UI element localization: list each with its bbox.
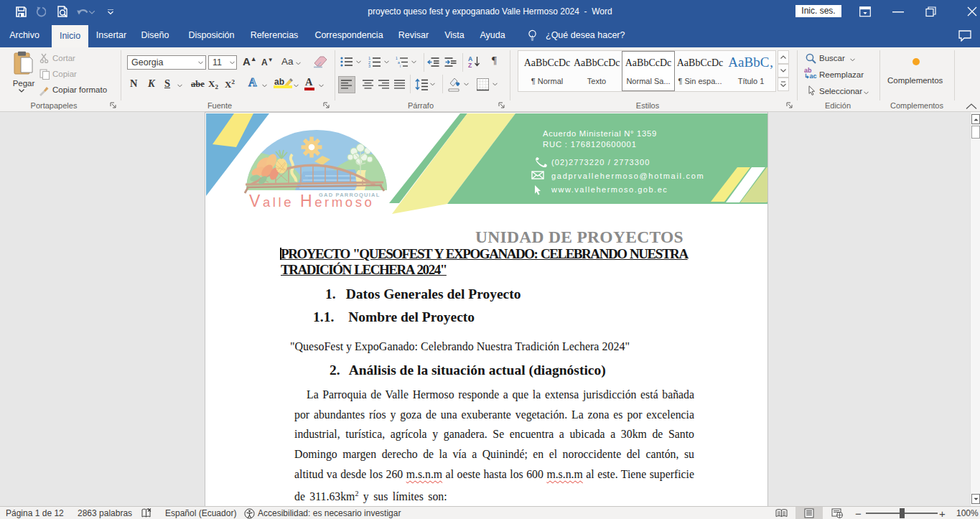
svg-text:Acuerdo Ministerial N° 1359: Acuerdo Ministerial N° 1359 (543, 129, 657, 138)
svg-text:(02)2773220 / 2773300: (02)2773220 / 2773300 (551, 158, 650, 167)
svg-text:3: 3 (368, 64, 370, 67)
svg-text:GAD PARROQUIAL: GAD PARROQUIAL (319, 192, 380, 198)
svg-text:i: i (400, 64, 401, 67)
svg-text:Z: Z (468, 62, 472, 68)
svg-text:RUC : 1768120600001: RUC : 1768120600001 (543, 140, 637, 149)
svg-text:gadprvallehermoso@hotmail.com: gadprvallehermoso@hotmail.com (551, 172, 704, 180)
svg-text:www.vallehermoso.gob.ec: www.vallehermoso.gob.ec (551, 185, 668, 194)
